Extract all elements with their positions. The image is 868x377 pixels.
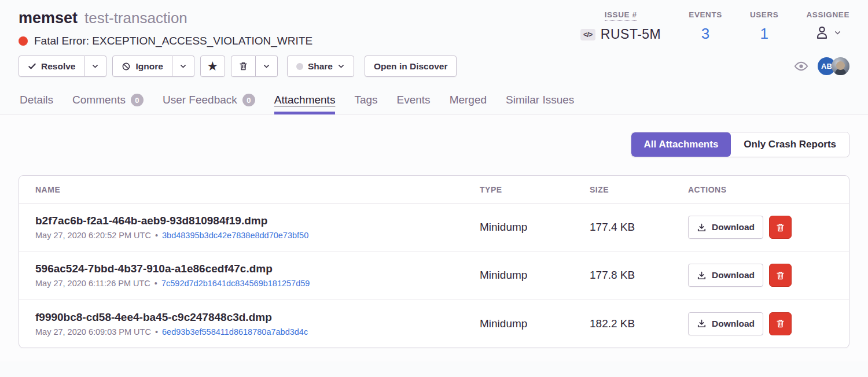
tab-bar: Details Comments 0 User Feedback 0 Attac…: [0, 86, 868, 114]
chevron-down-icon: [337, 62, 345, 70]
delete-dropdown-button[interactable]: [256, 56, 278, 77]
delete-attachment-button[interactable]: [769, 264, 792, 287]
attachment-meta: May 27, 2020 6:09:03 PM UTC • 6ed93b3ef5…: [35, 327, 480, 337]
tab-tags[interactable]: Tags: [354, 86, 377, 114]
filter-all-attachments-button[interactable]: All Attachments: [631, 132, 731, 157]
attachment-filter-toggle: All Attachments Only Crash Reports: [631, 132, 849, 157]
tab-similar-issues[interactable]: Similar Issues: [506, 86, 574, 114]
attachment-file-name: b2f7ac6b-f2a1-464b-aeb9-93d810984f19.dmp: [35, 215, 480, 227]
users-label: USERS: [750, 10, 779, 19]
issue-short-id: RUST-5M: [601, 27, 661, 42]
event-id-link[interactable]: 3bd48395b3dc42e7838e8dd70e73bf50: [160, 231, 308, 240]
events-count[interactable]: 3: [701, 25, 709, 43]
download-label: Download: [712, 222, 755, 232]
share-button[interactable]: Share: [287, 56, 354, 77]
issue-title-block: memset test-transaction Fatal Error: EXC…: [19, 9, 312, 47]
attachments-panel: All Attachments Only Crash Reports NAME …: [0, 114, 868, 361]
tab-label: Tags: [354, 94, 377, 106]
tab-label: Similar Issues: [506, 94, 574, 106]
check-icon: [28, 62, 36, 71]
table-row: b2f7ac6b-f2a1-464b-aeb9-93d810984f19.dmp…: [19, 204, 849, 252]
event-id-link[interactable]: 7c592d7d2b1641dc834569b181257d59: [159, 279, 310, 288]
tab-label: Attachments: [274, 94, 336, 106]
delete-attachment-button[interactable]: [769, 312, 792, 335]
resolve-dropdown-button[interactable]: [84, 56, 106, 77]
trash-icon: [775, 223, 785, 232]
attachments-table: NAME TYPE SIZE ACTIONS b2f7ac6b-f2a1-464…: [19, 175, 849, 348]
chevron-down-icon: [834, 29, 841, 36]
download-label: Download: [712, 270, 755, 280]
tab-attachments[interactable]: Attachments: [274, 86, 336, 114]
attachment-size: 182.2 KB: [590, 317, 688, 330]
column-header-actions: ACTIONS: [688, 185, 833, 194]
ignore-button-group: Ignore: [112, 56, 194, 77]
column-header-type: TYPE: [480, 185, 590, 194]
trash-icon: [775, 271, 785, 280]
issue-number-label: ISSUE #: [605, 10, 637, 21]
stat-assignee: ASSIGNEE: [806, 10, 849, 47]
ignore-button[interactable]: Ignore: [112, 56, 172, 77]
events-label: EVENTS: [689, 10, 722, 19]
download-icon: [697, 271, 707, 280]
attachment-size: 177.4 KB: [590, 221, 688, 234]
mute-icon: [122, 62, 131, 71]
attachment-meta: May 27, 2020 6:11:26 PM UTC • 7c592d7d2b…: [35, 279, 480, 288]
attachment-meta: May 27, 2020 6:20:52 PM UTC • 3bd48395b3…: [35, 231, 480, 240]
filter-only-crash-reports-button[interactable]: Only Crash Reports: [731, 132, 849, 157]
chevron-down-icon: [91, 62, 99, 70]
resolve-button-group: Resolve: [19, 56, 106, 77]
error-level-dot: [19, 36, 28, 46]
action-toolbar: Resolve Ignore ★: [0, 47, 868, 77]
ignore-dropdown-button[interactable]: [172, 56, 194, 77]
download-button[interactable]: Download: [688, 264, 763, 287]
error-message: Fatal Error: EXCEPTION_ACCESS_VIOLATION_…: [34, 35, 312, 47]
delete-button-group: [231, 56, 278, 77]
event-id-link[interactable]: 6ed93b3ef558411d8618780a7abd3d4c: [160, 327, 308, 337]
viewers-block: AB: [794, 57, 849, 75]
tab-label: Comments: [72, 94, 126, 106]
tab-merged[interactable]: Merged: [450, 86, 487, 114]
bookmark-star-button[interactable]: ★: [200, 56, 225, 77]
attachment-size: 177.8 KB: [590, 269, 688, 282]
tab-comments[interactable]: Comments 0: [72, 86, 144, 114]
download-button[interactable]: Download: [688, 312, 763, 335]
tab-count-badge: 0: [131, 94, 144, 106]
issue-header: memset test-transaction Fatal Error: EXC…: [0, 0, 868, 47]
person-icon: [814, 25, 830, 40]
attachment-type: Minidump: [480, 317, 590, 330]
resolve-button[interactable]: Resolve: [19, 56, 84, 77]
tab-events[interactable]: Events: [397, 86, 431, 114]
attachment-timestamp: May 27, 2020 6:20:52 PM UTC: [35, 231, 153, 240]
attachment-type: Minidump: [480, 221, 590, 234]
table-header-row: NAME TYPE SIZE ACTIONS: [19, 176, 849, 204]
share-status-dot: [296, 63, 303, 70]
tab-label: User Feedback: [163, 94, 237, 106]
column-header-size: SIZE: [590, 185, 688, 194]
delete-attachment-button[interactable]: [769, 216, 792, 239]
users-count[interactable]: 1: [760, 25, 768, 43]
stat-issue-number: ISSUE # </> RUST-5M: [580, 10, 661, 47]
open-in-discover-button[interactable]: Open in Discover: [365, 56, 457, 77]
tab-details[interactable]: Details: [20, 86, 53, 114]
resolve-label: Resolve: [41, 61, 75, 72]
transaction-name: test-transaction: [84, 9, 187, 27]
eye-icon[interactable]: [794, 59, 808, 73]
table-body: b2f7ac6b-f2a1-464b-aeb9-93d810984f19.dmp…: [19, 204, 849, 348]
download-button[interactable]: Download: [688, 216, 763, 239]
trash-icon: [775, 319, 785, 328]
issue-stats: ISSUE # </> RUST-5M EVENTS 3 USERS 1 ASS…: [580, 9, 849, 47]
attachment-file-name: 596ac524-7bbd-4b37-910a-a1e86cedf47c.dmp: [35, 263, 480, 275]
tab-user-feedback[interactable]: User Feedback 0: [163, 86, 255, 114]
tab-label: Merged: [450, 94, 487, 106]
stat-users: USERS 1: [750, 10, 779, 47]
share-label: Share: [308, 61, 333, 72]
discover-label: Open in Discover: [374, 61, 447, 72]
code-icon[interactable]: </>: [580, 29, 595, 40]
delete-button[interactable]: [231, 56, 256, 77]
attachment-file-name: f9990bc8-cd58-4ee4-ba45-c9c247848c3d.dmp: [35, 311, 480, 324]
tab-label: Details: [20, 94, 53, 106]
table-row: f9990bc8-cd58-4ee4-ba45-c9c247848c3d.dmp…: [19, 300, 849, 348]
assignee-selector[interactable]: [814, 25, 841, 40]
user-photo-avatar[interactable]: [832, 57, 849, 75]
assignee-label: ASSIGNEE: [806, 10, 849, 19]
